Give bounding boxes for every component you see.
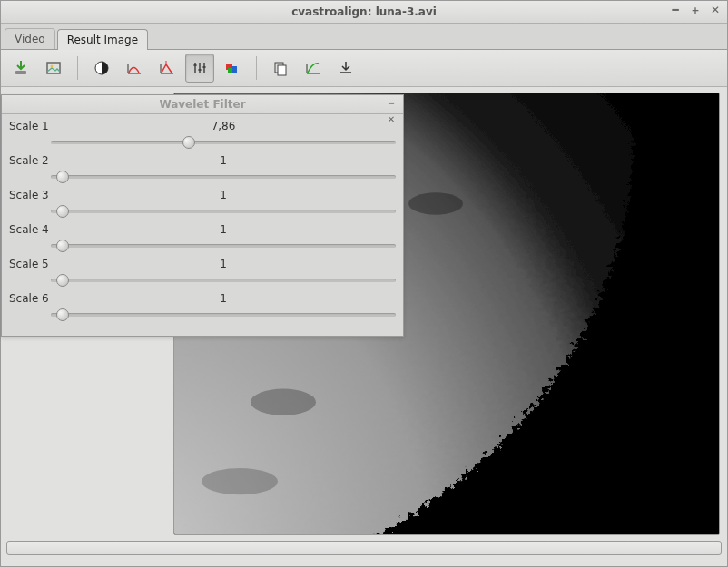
svg-rect-0 bbox=[15, 71, 26, 74]
window-title: cvastroalign: luna-3.avi bbox=[1, 5, 727, 18]
slider-rail bbox=[51, 210, 396, 213]
download-plain-icon bbox=[338, 60, 354, 76]
scale-value: 1 bbox=[51, 223, 396, 236]
copy-button[interactable] bbox=[266, 54, 295, 83]
svg-point-16 bbox=[202, 468, 278, 494]
scale-row-6: Scale 61 bbox=[9, 292, 396, 321]
svg-rect-6 bbox=[203, 66, 206, 68]
svg-rect-9 bbox=[228, 68, 232, 73]
slider-thumb[interactable] bbox=[56, 205, 69, 218]
scale-slider-5[interactable] bbox=[51, 274, 396, 287]
svg-rect-4 bbox=[194, 64, 197, 66]
histogram-red-button[interactable] bbox=[120, 54, 149, 83]
rgb-button[interactable] bbox=[218, 54, 247, 83]
horizontal-scrollbar[interactable] bbox=[6, 541, 722, 555]
scale-row-4: Scale 41 bbox=[9, 223, 396, 252]
half-circle-icon bbox=[93, 60, 110, 76]
scale-row-2: Scale 21 bbox=[9, 154, 396, 183]
slider-rail bbox=[51, 175, 396, 179]
scale-label: Scale 4 bbox=[9, 223, 51, 236]
tab-video[interactable]: Video bbox=[5, 28, 55, 49]
scale-value: 1 bbox=[51, 154, 396, 167]
scale-slider-2[interactable] bbox=[51, 171, 396, 183]
scale-label: Scale 6 bbox=[9, 292, 51, 305]
wavelet-titlebar[interactable]: Wavelet Filter ━ ✕ bbox=[2, 95, 403, 114]
window-minimize-button[interactable]: ━ bbox=[667, 3, 684, 19]
scale-label: Scale 1 bbox=[9, 120, 51, 132]
toolbar-separator bbox=[256, 56, 257, 80]
rgb-icon bbox=[224, 60, 241, 76]
tab-result-image[interactable]: Result Image bbox=[57, 29, 148, 50]
histogram-red-icon bbox=[125, 59, 143, 77]
slider-rail bbox=[51, 279, 396, 282]
svg-point-15 bbox=[408, 192, 463, 214]
svg-rect-11 bbox=[278, 65, 286, 75]
scale-slider-1[interactable] bbox=[51, 136, 396, 149]
slider-rail bbox=[51, 141, 396, 144]
equalizer-icon bbox=[192, 60, 208, 76]
tab-strip: Video Result Image bbox=[1, 24, 727, 49]
contrast-button[interactable] bbox=[87, 54, 116, 83]
scale-label: Scale 3 bbox=[9, 189, 51, 201]
wavelet-close-button[interactable]: ✕ bbox=[383, 112, 399, 129]
svg-point-2 bbox=[51, 65, 54, 68]
scale-label: Scale 5 bbox=[9, 258, 51, 270]
wavelet-title: Wavelet Filter bbox=[159, 98, 245, 111]
download-green-icon bbox=[12, 59, 30, 77]
slider-thumb[interactable] bbox=[56, 274, 69, 287]
scale-row-1: Scale 17,86 bbox=[9, 120, 396, 149]
svg-rect-5 bbox=[199, 69, 202, 71]
save-image-button[interactable] bbox=[6, 54, 35, 83]
wavelet-body: Scale 17,86Scale 21Scale 31Scale 41Scale… bbox=[2, 114, 403, 336]
scale-label: Scale 2 bbox=[9, 154, 51, 167]
window-titlebar: cvastroalign: luna-3.avi ━ ＋ ✕ bbox=[1, 1, 727, 24]
histogram-green-icon bbox=[304, 59, 322, 77]
window-maximize-button[interactable]: ＋ bbox=[687, 3, 703, 19]
slider-thumb[interactable] bbox=[56, 171, 69, 183]
scale-value: 1 bbox=[51, 292, 396, 305]
slider-thumb[interactable] bbox=[182, 136, 195, 149]
scale-row-3: Scale 31 bbox=[9, 189, 396, 218]
slider-rail bbox=[51, 244, 396, 248]
toolbar-separator bbox=[77, 56, 78, 80]
slider-thumb[interactable] bbox=[56, 240, 69, 252]
picture-icon bbox=[44, 59, 63, 77]
wavelet-minimize-button[interactable]: ━ bbox=[383, 96, 399, 112]
main-window: cvastroalign: luna-3.avi ━ ＋ ✕ Video Res… bbox=[0, 0, 728, 567]
histogram-red2-button[interactable] bbox=[152, 54, 182, 83]
equalizer-button[interactable] bbox=[185, 54, 214, 83]
window-close-button[interactable]: ✕ bbox=[707, 3, 723, 19]
scale-slider-4[interactable] bbox=[51, 240, 396, 252]
toolbar bbox=[1, 50, 727, 87]
scale-value: 1 bbox=[51, 258, 396, 270]
slider-thumb[interactable] bbox=[56, 308, 69, 321]
open-image-button[interactable] bbox=[39, 54, 68, 83]
scale-value: 1 bbox=[51, 189, 396, 201]
svg-point-13 bbox=[251, 389, 316, 415]
histogram-red-arrow-icon bbox=[158, 59, 176, 77]
export-button[interactable] bbox=[331, 54, 360, 83]
scale-slider-3[interactable] bbox=[51, 205, 396, 218]
svg-rect-1 bbox=[47, 63, 60, 73]
copy-icon bbox=[272, 60, 289, 76]
scale-row-5: Scale 51 bbox=[9, 258, 396, 287]
scale-value: 7,86 bbox=[51, 120, 396, 132]
curve-button[interactable] bbox=[299, 54, 328, 83]
slider-rail bbox=[51, 313, 396, 317]
wavelet-filter-dialog: Wavelet Filter ━ ✕ Scale 17,86Scale 21Sc… bbox=[1, 94, 404, 337]
scale-slider-6[interactable] bbox=[51, 308, 396, 321]
